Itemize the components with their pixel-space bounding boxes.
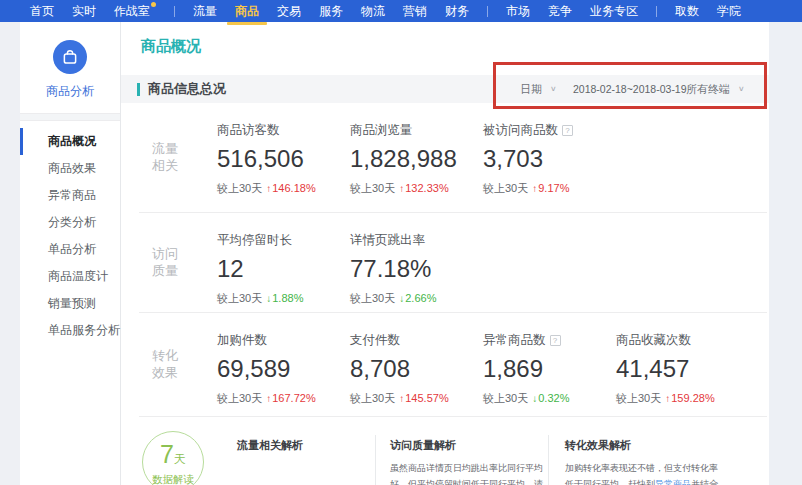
metrics-row-conversion: 转化 效果 加购件数 69,589 较上30天↑167.72% 支付件数 8,7… <box>121 313 769 417</box>
metrics-section: 流量 相关 商品访客数 516,506 较上30天↑146.18% 商品浏览量 … <box>121 103 769 417</box>
nav-item-marketing[interactable]: 营销 <box>403 0 427 22</box>
product-analytics-page: 首页 实时 作战室 流量 商品 交易 服务 物流 营销 财务 市场 竞争 业务专… <box>0 0 802 485</box>
delta-value: 167.72% <box>272 392 315 404</box>
metric-card-detail-bounce-rate: 详情页跳出率 77.18% 较上30天↓2.66% <box>350 213 483 306</box>
compare-label: 较上30天 <box>616 392 661 404</box>
delta-value: 146.18% <box>272 182 315 194</box>
sidebar-item-category-analysis[interactable]: 分类分析 <box>20 209 120 236</box>
metric-value: 69,589 <box>217 355 350 383</box>
metric-value: 8,708 <box>350 355 483 383</box>
insight-days: 7 <box>160 440 174 468</box>
metrics-row-traffic: 流量 相关 商品访客数 516,506 较上30天↑146.18% 商品浏览量 … <box>121 103 769 213</box>
metric-value: 516,506 <box>217 145 350 173</box>
nav-item-war-room[interactable]: 作战室 <box>114 0 156 22</box>
insight-days-unit: 天 <box>174 452 186 466</box>
sidebar-item-product-thermometer[interactable]: 商品温度计 <box>20 263 120 290</box>
insights-section: 7天 数据解读 流量相关解析 访问质量解析 虽然商品详情页日均跳出率比同行平均好… <box>121 417 769 485</box>
nav-item-service[interactable]: 服务 <box>319 0 343 22</box>
delta-value: 2.66% <box>405 292 436 304</box>
sidebar-item-sales-forecast[interactable]: 销量预测 <box>20 290 120 317</box>
sidebar-item-product-effect[interactable]: 商品效果 <box>20 155 120 182</box>
metric-label: 商品访客数 <box>217 122 280 139</box>
page-title: 商品概况 <box>121 22 769 56</box>
chevron-down-icon: ∨ <box>550 85 557 93</box>
metric-card-paid-items: 支付件数 8,708 较上30天↑145.57% <box>350 313 483 406</box>
terminal-filter-dropdown[interactable]: 所有终端∨ <box>686 75 745 103</box>
date-range-picker[interactable]: 2018-02-18~2018-03-19 <box>573 75 687 103</box>
compare-label: 较上30天 <box>483 182 528 194</box>
up-arrow-icon: ↑ <box>266 183 271 194</box>
up-arrow-icon: ↑ <box>399 393 404 404</box>
delta-value: 9.17% <box>538 182 569 194</box>
up-arrow-icon: ↑ <box>399 183 404 194</box>
insight-title: 流量相关解析 <box>237 438 367 453</box>
nav-item-competition[interactable]: 竞争 <box>548 0 572 22</box>
metric-value: 77.18% <box>350 255 483 283</box>
nav-item-realtime[interactable]: 实时 <box>72 0 96 22</box>
metric-card-product-visitors: 商品访客数 516,506 较上30天↑146.18% <box>217 103 350 196</box>
down-arrow-icon: ↓ <box>399 293 404 304</box>
sidebar-item-product-overview[interactable]: 商品概况 <box>20 128 120 155</box>
group-label-visit-quality: 访问 质量 <box>152 245 178 279</box>
sidebar-item-single-product-analysis[interactable]: 单品分析 <box>20 236 120 263</box>
nav-item-home[interactable]: 首页 <box>30 0 54 22</box>
metric-label: 被访问商品数 <box>483 122 558 139</box>
sidebar-separator <box>20 113 120 121</box>
compare-label: 较上30天 <box>350 182 395 194</box>
insight-title: 访问质量解析 <box>390 438 544 453</box>
nav-item-academy[interactable]: 学院 <box>717 0 741 22</box>
abnormal-products-link[interactable]: 异常商品 <box>655 479 691 485</box>
section-title: 商品信息总况 <box>148 80 226 98</box>
nav-item-finance[interactable]: 财务 <box>445 0 469 22</box>
main-content: 商品概况 商品信息总况 日期∨ 2018-02-18~2018-03-19 所有… <box>121 22 769 485</box>
compare-label: 较上30天 <box>217 392 262 404</box>
group-label-conversion: 转化 效果 <box>152 347 178 381</box>
compare-label: 较上30天 <box>350 292 395 304</box>
up-arrow-icon: ↑ <box>665 393 670 404</box>
insight-col-traffic: 流量相关解析 <box>237 438 367 453</box>
metric-value: 12 <box>217 255 350 283</box>
date-type-label: 日期 <box>520 82 542 97</box>
insight-divider <box>375 435 376 485</box>
nav-item-logistics[interactable]: 物流 <box>361 0 385 22</box>
sidebar-item-single-product-service[interactable]: 单品服务分析 <box>20 317 120 344</box>
metric-card-product-pageviews: 商品浏览量 1,828,988 较上30天↑132.33% <box>350 103 483 196</box>
metric-value: 1,869 <box>483 355 616 383</box>
date-type-dropdown[interactable]: 日期∨ <box>520 75 557 103</box>
delta-value: 0.32% <box>538 392 569 404</box>
down-arrow-icon: ↓ <box>266 293 271 304</box>
metric-card-avg-stay-time: 平均停留时长 12 较上30天↓1.88% <box>217 213 350 306</box>
nav-item-market[interactable]: 市场 <box>506 0 530 22</box>
delta-value: 159.28% <box>671 392 714 404</box>
nav-item-data-fetch[interactable]: 取数 <box>675 0 699 22</box>
group-label-traffic: 流量 相关 <box>152 140 178 174</box>
metric-label: 平均停留时长 <box>217 232 292 249</box>
help-icon[interactable]: ? <box>550 335 561 346</box>
sidebar-item-abnormal-products[interactable]: 异常商品 <box>20 182 120 209</box>
delta-value: 145.57% <box>405 392 448 404</box>
insight-divider <box>548 435 549 485</box>
compare-label: 较上30天 <box>483 392 528 404</box>
nav-divider <box>487 6 488 17</box>
metric-value: 1,828,988 <box>350 145 483 173</box>
nav-item-traffic[interactable]: 流量 <box>193 0 217 22</box>
insight-col-visit-quality: 访问质量解析 虽然商品详情页日均跳出率比同行平均好，但平均停留时间低于同行平均，… <box>390 438 544 485</box>
nav-item-business-zone[interactable]: 业务专区 <box>590 0 638 22</box>
insight-caption: 数据解读 <box>143 473 203 485</box>
metric-card-product-favorites: 商品收藏次数 41,457 较上30天↑159.28% <box>616 313 749 406</box>
metric-label: 加购件数 <box>217 332 267 349</box>
nav-item-product[interactable]: 商品 <box>235 0 259 22</box>
metric-label: 商品收藏次数 <box>616 332 691 349</box>
chevron-down-icon: ∨ <box>738 85 745 93</box>
help-icon[interactable]: ? <box>562 125 573 136</box>
insight-text: 虽然商品详情页日均跳出率比同行平均好，但平均停留时间低于同行平均，请关注页面排布… <box>390 463 543 485</box>
sidebar-menu: 商品概况 商品效果 异常商品 分类分析 单品分析 商品温度计 销量预测 单品服务… <box>20 128 120 344</box>
metric-value: 41,457 <box>616 355 749 383</box>
delta-value: 132.33% <box>405 182 448 194</box>
metric-card-abnormal-products: 异常商品数? 1,869 较上30天↓0.32% <box>483 313 616 406</box>
insight-title: 转化效果解析 <box>565 438 719 453</box>
data-insight-badge: 7天 数据解读 <box>142 431 204 485</box>
nav-item-trade[interactable]: 交易 <box>277 0 301 22</box>
terminal-filter-label: 所有终端 <box>686 82 730 97</box>
insight-col-conversion: 转化效果解析 加购转化率表现还不错，但支付转化率低于同行平均，赶快到异常商品并结… <box>565 438 719 485</box>
